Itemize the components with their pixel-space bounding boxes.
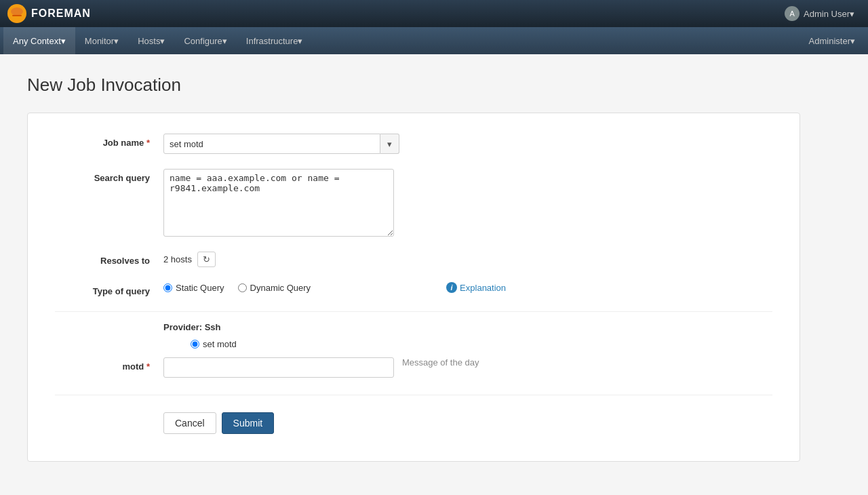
motd-hint: Message of the day <box>402 357 479 368</box>
motd-label: motd * <box>55 357 163 372</box>
static-query-option[interactable]: Static Query <box>163 283 224 293</box>
job-name-dropdown-btn[interactable]: ▾ <box>380 134 399 154</box>
info-icon: i <box>446 282 457 293</box>
dynamic-query-label: Dynamic Query <box>250 283 311 293</box>
configure-caret-icon: ▾ <box>222 36 227 46</box>
provider-title: Provider: Ssh <box>55 322 772 332</box>
submit-button[interactable]: Submit <box>222 412 275 434</box>
nav-item-configure[interactable]: Configure ▾ <box>174 27 236 54</box>
motd-required: * <box>146 361 150 372</box>
dropdown-icon: ▾ <box>387 139 392 149</box>
hosts-nav-link[interactable]: Hosts ▾ <box>128 27 174 54</box>
context-nav-link[interactable]: Any Context ▾ <box>3 27 75 54</box>
provider-job-option[interactable]: set motd <box>191 339 237 349</box>
form-divider <box>55 395 772 395</box>
nav-item-monitor[interactable]: Monitor ▾ <box>75 27 128 54</box>
motd-group: motd * Message of the day <box>55 357 772 378</box>
refresh-button[interactable]: ↻ <box>197 252 216 267</box>
motd-input[interactable] <box>163 357 394 378</box>
brand-name: FOREMAN <box>31 7 91 20</box>
refresh-icon: ↻ <box>203 254 210 264</box>
cancel-button[interactable]: Cancel <box>163 412 216 434</box>
job-name-group: Job name * set motd ▾ <box>55 134 772 154</box>
foreman-logo-icon <box>7 3 27 24</box>
admin-user-menu[interactable]: A Admin User ▾ <box>778 6 861 21</box>
brand-logo[interactable]: FOREMAN <box>7 3 91 24</box>
static-query-radio[interactable] <box>163 283 172 292</box>
admin-user-label: Admin User <box>804 9 850 19</box>
infrastructure-nav-link[interactable]: Infrastructure ▾ <box>237 27 313 54</box>
svg-rect-3 <box>12 15 22 16</box>
top-navbar: FOREMAN A Admin User ▾ <box>0 0 868 27</box>
main-nav-right: Administer ▾ <box>800 36 865 46</box>
hosts-label: Hosts <box>138 36 160 46</box>
form-actions: Cancel Submit <box>55 412 772 434</box>
nav-item-context[interactable]: Any Context ▾ <box>3 27 75 54</box>
query-type-options: Static Query Dynamic Query i Explanation <box>163 282 506 293</box>
monitor-caret-icon: ▾ <box>114 36 119 46</box>
explanation-label: Explanation <box>460 283 506 293</box>
main-nav-list: Any Context ▾ Monitor ▾ Hosts ▾ Configur… <box>3 27 312 54</box>
configure-label: Configure <box>184 36 222 46</box>
context-caret-icon: ▾ <box>61 36 66 46</box>
infrastructure-caret-icon: ▾ <box>298 36 302 46</box>
provider-radio-row: set motd <box>55 339 772 349</box>
form-card: Job name * set motd ▾ Search query Reso <box>27 113 800 462</box>
top-nav-right: A Admin User ▾ <box>778 6 861 21</box>
hosts-caret-icon: ▾ <box>160 36 165 46</box>
administer-caret-icon: ▾ <box>850 36 855 46</box>
user-avatar: A <box>785 6 800 21</box>
main-navbar: Any Context ▾ Monitor ▾ Hosts ▾ Configur… <box>0 27 868 54</box>
administer-nav-link[interactable]: Administer ▾ <box>800 36 865 46</box>
infrastructure-label: Infrastructure <box>246 36 298 46</box>
provider-job-radio[interactable] <box>191 340 199 349</box>
dynamic-query-radio[interactable] <box>238 283 247 292</box>
job-name-label: Job name * <box>55 134 163 148</box>
provider-job-label: set motd <box>203 339 237 349</box>
type-query-group: Type of query Static Query Dynamic Query… <box>55 282 772 296</box>
resolves-group: Resolves to 2 hosts ↻ <box>55 252 772 267</box>
type-query-label: Type of query <box>55 282 163 296</box>
monitor-label: Monitor <box>85 36 114 46</box>
resolves-count: 2 hosts <box>163 254 192 264</box>
nav-item-infrastructure[interactable]: Infrastructure ▾ <box>237 27 313 54</box>
page-title: New Job Invocation <box>27 75 841 96</box>
search-query-group: Search query <box>55 169 772 237</box>
job-name-select[interactable]: set motd <box>163 134 380 154</box>
search-query-input[interactable] <box>163 169 394 237</box>
resolves-row: 2 hosts ↻ <box>163 252 216 267</box>
job-name-required: * <box>146 138 150 148</box>
admin-user-caret-icon: ▾ <box>850 9 854 19</box>
context-label: Any Context <box>13 36 61 46</box>
administer-label: Administer <box>809 36 850 46</box>
monitor-nav-link[interactable]: Monitor ▾ <box>75 27 128 54</box>
page-content: New Job Invocation Job name * set motd ▾… <box>0 54 868 482</box>
search-query-label: Search query <box>55 169 163 183</box>
dynamic-query-option[interactable]: Dynamic Query <box>238 283 311 293</box>
provider-section: Provider: Ssh set motd motd * Message of… <box>55 311 772 378</box>
explanation-link[interactable]: i Explanation <box>446 282 506 293</box>
configure-nav-link[interactable]: Configure ▾ <box>174 27 236 54</box>
nav-item-hosts[interactable]: Hosts ▾ <box>128 27 174 54</box>
resolves-label: Resolves to <box>55 252 163 266</box>
job-name-select-wrapper: set motd ▾ <box>163 134 399 154</box>
static-query-label: Static Query <box>176 283 224 293</box>
